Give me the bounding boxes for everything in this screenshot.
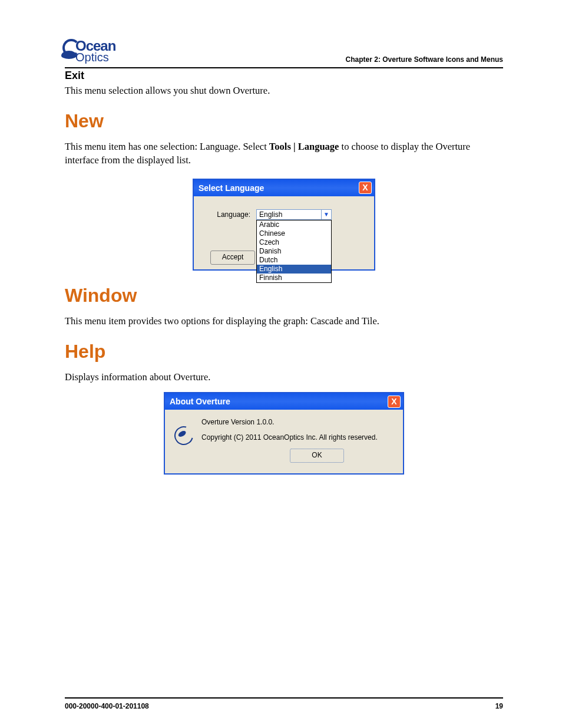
window-description: This menu item provides two options for … — [65, 315, 503, 328]
ocean-optics-logo: Ocean Optics — [65, 38, 135, 65]
language-option[interactable]: Czech — [257, 238, 331, 247]
heading-exit: Exit — [65, 70, 503, 82]
language-option[interactable]: Arabic — [257, 220, 331, 229]
footer-divider — [65, 697, 503, 699]
language-option[interactable]: Dutch — [257, 256, 331, 265]
new-description: This menu item has one selection: Langua… — [65, 140, 503, 167]
dialog-title: About Overture — [170, 397, 230, 406]
chapter-heading: Chapter 2: Overture Software Icons and M… — [346, 55, 503, 64]
dialog-titlebar[interactable]: Select Language X — [194, 180, 374, 196]
help-description: Displays information about Overture. — [65, 371, 503, 384]
language-option-selected[interactable]: English — [257, 265, 331, 274]
new-text-pre: This menu item has one selection: Langua… — [65, 141, 269, 152]
overture-logo-icon — [171, 423, 197, 449]
dialog-titlebar[interactable]: About Overture X — [165, 393, 403, 410]
accept-button[interactable]: Accept — [210, 251, 255, 265]
language-selected-value: English — [259, 210, 282, 219]
about-copyright-text: Copyright (C) 2011 OceanOptics Inc. All … — [201, 433, 394, 442]
heading-new: New — [65, 110, 503, 132]
select-language-dialog: Select Language X Language: English ▼ Ar… — [193, 179, 375, 271]
language-dropdown-list[interactable]: Arabic Chinese Czech Danish Dutch Englis… — [256, 220, 332, 283]
logo-text-bottom: Optics — [75, 51, 135, 64]
language-option[interactable]: Danish — [257, 247, 331, 256]
document-number: 000-20000-400-01-201108 — [65, 702, 149, 710]
language-option[interactable]: Finnish — [257, 274, 331, 282]
close-icon[interactable]: X — [388, 396, 401, 408]
ok-button[interactable]: OK — [290, 449, 344, 463]
logo-drop-icon — [61, 51, 77, 59]
heading-window: Window — [65, 285, 503, 307]
language-option[interactable]: Chinese — [257, 229, 331, 238]
dialog-title: Select Language — [199, 183, 264, 193]
chevron-down-icon[interactable]: ▼ — [321, 210, 331, 219]
exit-description: This menu selection allows you shut down… — [65, 84, 503, 97]
language-combobox[interactable]: English ▼ — [256, 209, 332, 220]
new-text-bold: Tools | Language — [269, 141, 339, 152]
language-label: Language: — [206, 209, 250, 219]
close-icon[interactable]: X — [359, 182, 372, 194]
about-overture-dialog: About Overture X Overture Version 1.0.0.… — [164, 392, 404, 475]
heading-help: Help — [65, 341, 503, 363]
page-number: 19 — [495, 702, 503, 710]
about-version-text: Overture Version 1.0.0. — [201, 418, 394, 426]
header-divider — [65, 67, 503, 68]
